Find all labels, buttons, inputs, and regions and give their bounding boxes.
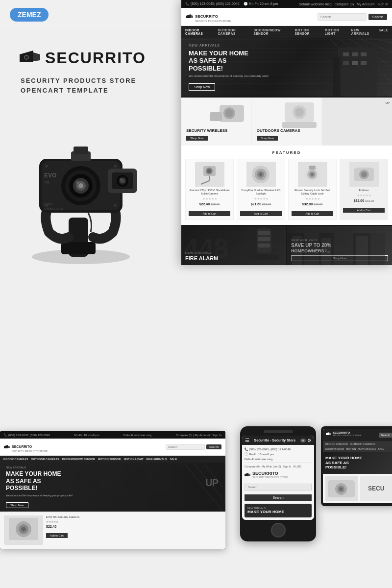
svg-marker-94 bbox=[245, 473, 248, 476]
product-image: EVO S5 EVO GIMBAL.COM bbox=[0, 90, 157, 276]
small-nav-indoor[interactable]: INDOOR CAMERAS bbox=[3, 458, 28, 461]
right-panel: 📞 (800) 123-0045; (800) 123-0046 🕐 Mn-Fr… bbox=[181, 0, 392, 431]
small-logo-icon bbox=[4, 445, 10, 449]
nav-item-new-arrivals[interactable]: NEW ARRIVALS bbox=[351, 28, 375, 35]
small-nav-light[interactable]: MOTION LIGHT bbox=[123, 458, 143, 461]
small-hero: NEW ARRIVALS MAKE YOUR HOMEAS SAFE ASPOS… bbox=[0, 463, 225, 512]
small-product-stars: ★★★★★ bbox=[46, 520, 221, 523]
svg-point-30 bbox=[45, 204, 48, 207]
svg-marker-86 bbox=[8, 445, 10, 448]
svg-rect-54 bbox=[282, 122, 317, 128]
security-camera-icon bbox=[20, 50, 40, 66]
left-panel: SECURRITO SECURITY PRODUCTS STOREOPENCAR… bbox=[0, 34, 181, 426]
mobile-search-button[interactable]: Search bbox=[245, 494, 312, 501]
featured-item-1: Amcrest 720p HDCVI Standalone Bullet Cam… bbox=[185, 159, 234, 220]
small-search-input[interactable] bbox=[166, 444, 205, 450]
header-search-area: Search bbox=[318, 13, 387, 21]
small-hero-title: MAKE YOUR HOMEAS SAFE ASPOSSIBLE! bbox=[6, 470, 73, 491]
tablet-nav-new[interactable]: NEW ARRIVALS bbox=[358, 447, 376, 450]
tablet-nav-motion[interactable]: MOTION bbox=[346, 447, 356, 450]
svg-point-28 bbox=[45, 165, 48, 168]
search-input[interactable] bbox=[318, 13, 367, 21]
product-svg-4 bbox=[350, 164, 377, 186]
nav-item-motion-light[interactable]: MOTION LIGHT bbox=[325, 28, 347, 35]
tablet-header: SECURRITO SECURITY PRODUCTS STORE Search bbox=[323, 429, 392, 441]
small-hero-shop-btn[interactable]: Shop Now bbox=[6, 502, 28, 508]
tablet-device: SECURRITO SECURITY PRODUCTS STORE Search… bbox=[321, 426, 392, 506]
svg-marker-95 bbox=[248, 473, 250, 476]
search-button[interactable]: Search bbox=[368, 14, 387, 20]
small-product-name: EVO S5 Security Camera bbox=[46, 515, 221, 518]
small-search-area: Search bbox=[166, 444, 221, 450]
small-nav-sale[interactable]: SALE bbox=[170, 458, 177, 461]
mobile-cart-badge[interactable]: 0 bbox=[300, 439, 306, 442]
tablet-nav: INDOOR CAMERAS OUTDOOR CAMERAS DOOR/WIND… bbox=[323, 441, 392, 452]
svg-rect-75 bbox=[258, 237, 270, 241]
mobile-search-input[interactable] bbox=[245, 484, 312, 490]
small-brand-name: SECURRITO bbox=[12, 445, 32, 448]
mobile-logo-icon bbox=[245, 473, 250, 477]
small-logo: SECURRITO SECURITY PRODUCTS STORE bbox=[4, 441, 48, 453]
topbar-signin[interactable]: Sign In bbox=[377, 2, 388, 6]
svg-rect-84 bbox=[370, 233, 385, 265]
tablet-hero-title: MAKE YOUR HOMEAS SAFE ASPOSSIBLE! bbox=[325, 456, 362, 470]
svg-marker-33 bbox=[191, 15, 193, 18]
small-product-info: EVO S5 Security Camera ★★★★★ $22.40 Add … bbox=[46, 515, 221, 545]
nav-item-outdoor-cameras[interactable]: OUTDOOR CAMERAS bbox=[218, 28, 249, 35]
add-to-cart-button-3[interactable]: Add to Cart bbox=[292, 211, 333, 216]
tablet-nav-door[interactable]: DOOR/WINDOW bbox=[325, 447, 344, 450]
svg-rect-45 bbox=[352, 61, 358, 65]
add-to-cart-button-4[interactable]: Add to Cart bbox=[343, 208, 385, 213]
mobile-home-button[interactable] bbox=[271, 523, 286, 538]
svg-point-49 bbox=[225, 109, 233, 117]
featured-price-4: $32.00 $40.00 bbox=[343, 199, 385, 202]
svg-rect-42 bbox=[352, 52, 358, 56]
small-nav-outdoor[interactable]: OUTDOOR CAMERAS bbox=[31, 458, 59, 461]
small-nav-door[interactable]: DOOR/WINDOW SENSOR bbox=[62, 458, 95, 461]
featured-name-3: Etronic Security Lock Set Self Coiling C… bbox=[292, 189, 333, 196]
category-shop-now-wireless[interactable]: Shop Now bbox=[186, 136, 208, 141]
bottom-desktop-preview: 📞 (800) 123-0045; (800) 123-0046 Mn-Fr: … bbox=[0, 431, 235, 549]
small-nav-new[interactable]: NEW ARRIVALS bbox=[147, 458, 167, 461]
tablet-logo-area: SECURRITO SECURITY PRODUCTS STORE bbox=[326, 431, 362, 437]
featured-name-4: Fortress bbox=[343, 189, 385, 192]
tablet-nav-outdoor[interactable]: OUTDOOR CAMERAS bbox=[350, 442, 375, 445]
featured-grid: Amcrest 720p HDCVI Standalone Bullet Cam… bbox=[185, 159, 388, 220]
topbar-compare[interactable]: Compare (0) bbox=[335, 2, 354, 6]
small-add-cart-btn[interactable]: Add to Cart bbox=[46, 533, 68, 538]
topbar-account[interactable]: My Account bbox=[357, 2, 374, 6]
nav-item-indoor-cameras[interactable]: INDOOR CAMERAS bbox=[185, 28, 214, 35]
nav-item-door-sensor[interactable]: DOOR/WINDOW SENSOR bbox=[253, 28, 291, 35]
small-nav-motion[interactable]: MOTION SENSOR bbox=[98, 458, 121, 461]
mobile-notch bbox=[264, 430, 293, 433]
svg-marker-85 bbox=[4, 445, 8, 448]
add-to-cart-button-1[interactable]: Add to Cart bbox=[189, 211, 230, 216]
zemez-logo[interactable]: ZEMEZ bbox=[10, 8, 49, 22]
mobile-settings-icon[interactable]: ⚙ bbox=[307, 438, 311, 443]
tablet-search-button[interactable]: Search bbox=[379, 433, 392, 438]
nav-item-motion-sensor[interactable]: MOTION SENSOR bbox=[294, 28, 320, 35]
mobile-menu-icon[interactable]: ☰ bbox=[245, 438, 249, 443]
add-to-cart-button-2[interactable]: Add to Cart bbox=[240, 211, 282, 216]
svg-point-53 bbox=[295, 108, 304, 117]
tablet-nav-indoor[interactable]: INDOOR CAMERAS bbox=[325, 442, 348, 445]
nav-item-sale[interactable]: SALE bbox=[379, 28, 388, 35]
small-desktop-container: 📞 (800) 123-0045; (800) 123-0046 Mn-Fr: … bbox=[0, 431, 225, 549]
svg-marker-1 bbox=[33, 52, 40, 61]
hero-shop-now-button[interactable]: Shop Now bbox=[189, 83, 215, 91]
mobile-store-title: Securrito - Security Store bbox=[254, 439, 295, 442]
tablet-nav-sale[interactable]: SALE bbox=[378, 447, 384, 450]
svg-rect-44 bbox=[343, 61, 349, 65]
small-site-topbar: 📞 (800) 123-0045; (800) 123-0046 Mn-Fr: … bbox=[0, 431, 225, 439]
mobile-content: 📞 (800) 123-0045; (800) 123-0046 🕐 Mn-Fr… bbox=[242, 445, 314, 520]
svg-rect-41 bbox=[343, 52, 349, 56]
full-page: ZEMEZ SECURRITO SECURITY PRODUCTS STOREO… bbox=[0, 0, 392, 588]
tablet-hero: MAKE YOUR HOMEAS SAFE ASPOSSIBLE! bbox=[323, 452, 392, 474]
site-topbar: 📞 (800) 123-0045; (800) 123-0046 🕐 Mn-Fr… bbox=[181, 0, 392, 8]
svg-rect-81 bbox=[321, 238, 331, 265]
small-search-button[interactable]: Search bbox=[206, 444, 221, 449]
banner-save-homeowners: NEW ARRIVALS SAVE UP TO 20%HOMEOWNERS I.… bbox=[287, 226, 392, 265]
category-product-img-1 bbox=[210, 100, 249, 132]
tablet-preview-container: SECURRITO SECURITY PRODUCTS STORE Search… bbox=[321, 426, 392, 506]
category-shop-now-outdoor[interactable]: Shop Now bbox=[257, 136, 278, 141]
